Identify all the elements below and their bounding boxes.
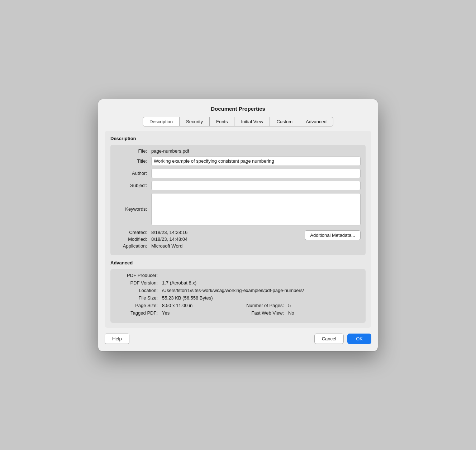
title-row: Title:: [115, 157, 361, 166]
page-size-left: Page Size: 8.50 x 11.00 in: [115, 303, 238, 308]
additional-metadata-button[interactable]: Additional Metadata...: [305, 230, 361, 240]
pdf-version-row: PDF Version: 1.7 (Acrobat 8.x): [115, 280, 361, 286]
num-pages-right: Number of Pages: 5: [238, 303, 361, 308]
tab-advanced[interactable]: Advanced: [299, 117, 333, 126]
dialog-title: Document Properties: [98, 99, 378, 117]
main-content: Description File: page-numbers.pdf Title…: [105, 131, 371, 328]
footer: Help Cancel OK: [98, 328, 378, 344]
tab-fonts[interactable]: Fonts: [210, 117, 235, 126]
page-size-value: 8.50 x 11.00 in: [162, 303, 238, 308]
tagged-pdf-left: Tagged PDF: Yes: [115, 310, 238, 316]
page-size-label: Page Size:: [115, 303, 162, 308]
title-input[interactable]: [151, 157, 361, 166]
modified-value: 8/18/23, 14:48:04: [151, 236, 187, 242]
fast-web-view-value: No: [288, 310, 294, 316]
advanced-section: Advanced PDF Producer: PDF Version: 1.7 …: [110, 260, 366, 323]
tagged-pdf-label: Tagged PDF:: [115, 310, 162, 316]
application-value: Microsoft Word: [151, 243, 182, 249]
created-label: Created:: [115, 230, 151, 235]
tagged-pdf-value: Yes: [162, 310, 238, 316]
pdf-producer-label: PDF Producer:: [115, 273, 162, 278]
created-row: Created: 8/18/23, 14:28:16: [115, 230, 305, 235]
keywords-row: Keywords:: [115, 193, 361, 225]
num-pages-value: 5: [288, 303, 291, 308]
application-row: Application: Microsoft Word: [115, 243, 305, 249]
location-row: Location: /Users/fstorr1/sites-work/wcag…: [115, 288, 361, 293]
file-row: File: page-numbers.pdf: [115, 148, 361, 154]
file-size-value: 55.23 KB (56,558 Bytes): [162, 295, 361, 301]
keywords-label: Keywords:: [115, 206, 151, 212]
tab-initial-view[interactable]: Initial View: [234, 117, 270, 126]
tab-description[interactable]: Description: [143, 117, 180, 126]
pdf-version-value: 1.7 (Acrobat 8.x): [162, 280, 361, 286]
author-input[interactable]: [151, 169, 361, 178]
fast-web-view-right: Fast Web View: No: [238, 310, 361, 316]
meta-row: Created: 8/18/23, 14:28:16 Modified: 8/1…: [115, 228, 361, 250]
num-pages-label: Number of Pages:: [238, 303, 288, 308]
author-row: Author:: [115, 169, 361, 178]
document-properties-dialog: Document Properties Description Security…: [98, 99, 378, 351]
meta-right: Additional Metadata...: [305, 230, 361, 240]
file-label: File:: [115, 148, 151, 154]
help-button[interactable]: Help: [105, 334, 129, 344]
advanced-section-label: Advanced: [110, 260, 366, 265]
keywords-input[interactable]: [151, 193, 361, 225]
tab-custom[interactable]: Custom: [270, 117, 299, 126]
advanced-inner-box: PDF Producer: PDF Version: 1.7 (Acrobat …: [110, 269, 366, 323]
author-label: Author:: [115, 171, 151, 176]
modified-label: Modified:: [115, 236, 151, 242]
fast-web-view-label: Fast Web View:: [238, 310, 288, 316]
modified-row: Modified: 8/18/23, 14:48:04: [115, 236, 305, 242]
footer-right: Cancel OK: [314, 334, 371, 344]
file-size-row: File Size: 55.23 KB (56,558 Bytes): [115, 295, 361, 301]
created-value: 8/18/23, 14:28:16: [151, 230, 187, 235]
subject-label: Subject:: [115, 183, 151, 188]
location-value: /Users/fstorr1/sites-work/wcag/working-e…: [162, 288, 361, 293]
subject-row: Subject:: [115, 181, 361, 190]
pdf-producer-row: PDF Producer:: [115, 273, 361, 278]
meta-left: Created: 8/18/23, 14:28:16 Modified: 8/1…: [115, 230, 305, 250]
tagged-pdf-row: Tagged PDF: Yes Fast Web View: No: [115, 310, 361, 316]
description-section-label: Description: [110, 136, 366, 141]
subject-input[interactable]: [151, 181, 361, 190]
location-label: Location:: [115, 288, 162, 293]
title-label: Title:: [115, 158, 151, 164]
description-inner-box: File: page-numbers.pdf Title: Author: Su…: [110, 145, 366, 255]
application-label: Application:: [115, 243, 151, 249]
file-value: page-numbers.pdf: [151, 148, 189, 154]
cancel-button[interactable]: Cancel: [314, 334, 344, 344]
ok-button[interactable]: OK: [347, 334, 371, 344]
tab-security[interactable]: Security: [180, 117, 210, 126]
page-size-row: Page Size: 8.50 x 11.00 in Number of Pag…: [115, 303, 361, 308]
file-size-label: File Size:: [115, 295, 162, 301]
pdf-version-label: PDF Version:: [115, 280, 162, 286]
tabs-bar: Description Security Fonts Initial View …: [98, 117, 378, 131]
